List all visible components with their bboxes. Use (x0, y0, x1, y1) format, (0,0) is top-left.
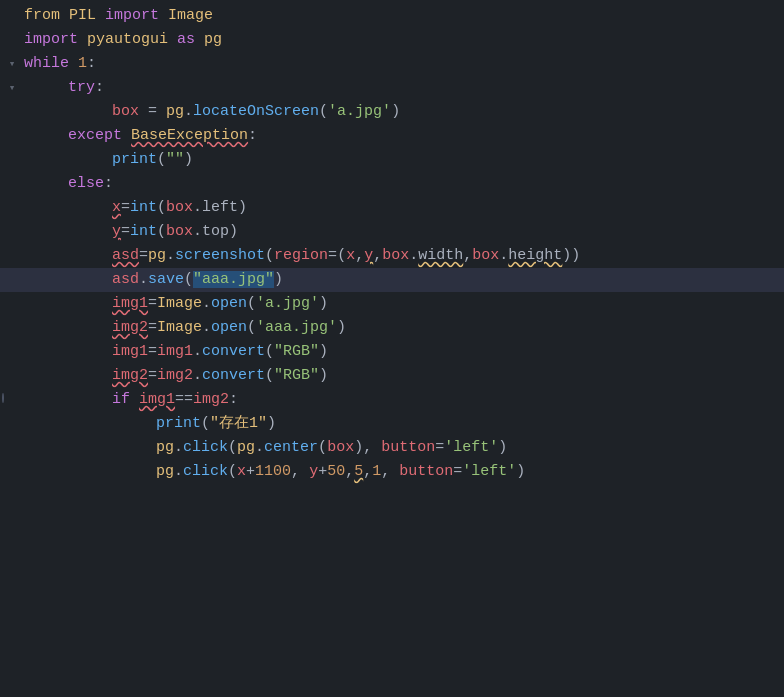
code-line: except BaseException: (0, 124, 784, 148)
code-line: ▾ while 1: (0, 52, 784, 76)
fold-gutter[interactable]: ▾ (4, 80, 20, 97)
code-line: x=int(box.left) (0, 196, 784, 220)
code-line: img1=Image.open('a.jpg') (0, 292, 784, 316)
code-line: ▾ try: (0, 76, 784, 100)
code-line: asd=pg.screenshot(region=(x,y,box.width,… (0, 244, 784, 268)
line-content: while 1: (20, 52, 784, 75)
code-line: print("存在1") (0, 412, 784, 436)
line-content: print("存在1") (20, 412, 784, 435)
code-line: pg.click(x+1100, y+50,5,1, button='left'… (0, 460, 784, 484)
code-line: img1=img1.convert("RGB") (0, 340, 784, 364)
code-line: asd.save("aaa.jpg") (0, 268, 784, 292)
code-line: img2=img2.convert("RGB") (0, 364, 784, 388)
line-content: asd.save("aaa.jpg") (20, 268, 784, 291)
fold-gutter[interactable]: ▾ (4, 56, 20, 73)
code-line: img2=Image.open('aaa.jpg') (0, 316, 784, 340)
gutter (0, 393, 4, 403)
line-content: else: (20, 172, 784, 195)
code-line: pg.click(pg.center(box), button='left') (0, 436, 784, 460)
code-line: from PIL import Image (0, 4, 784, 28)
line-content: from PIL import Image (20, 4, 784, 27)
line-content: import pyautogui as pg (20, 28, 784, 51)
code-editor[interactable]: from PIL import Image import pyautogui a… (0, 0, 784, 488)
line-content: img2=img2.convert("RGB") (20, 364, 784, 387)
line-content: pg.click(pg.center(box), button='left') (20, 436, 784, 459)
code-line: else: (0, 172, 784, 196)
line-content: y=int(box.top) (20, 220, 784, 243)
line-content: if img1==img2: (20, 388, 784, 411)
line-content: except BaseException: (20, 124, 784, 147)
line-content: img2=Image.open('aaa.jpg') (20, 316, 784, 339)
line-content: pg.click(x+1100, y+50,5,1, button='left'… (20, 460, 784, 483)
code-line: print("") (0, 148, 784, 172)
line-content: box = pg.locateOnScreen('a.jpg') (20, 100, 784, 123)
line-content: asd=pg.screenshot(region=(x,y,box.width,… (20, 244, 784, 267)
line-content: img1=Image.open('a.jpg') (20, 292, 784, 315)
line-content: try: (20, 76, 784, 99)
code-line: import pyautogui as pg (0, 28, 784, 52)
line-content: x=int(box.left) (20, 196, 784, 219)
line-content: img1=img1.convert("RGB") (20, 340, 784, 363)
line-content: print("") (20, 148, 784, 171)
code-line: box = pg.locateOnScreen('a.jpg') (0, 100, 784, 124)
code-line: if img1==img2: (0, 388, 784, 412)
code-line: y=int(box.top) (0, 220, 784, 244)
